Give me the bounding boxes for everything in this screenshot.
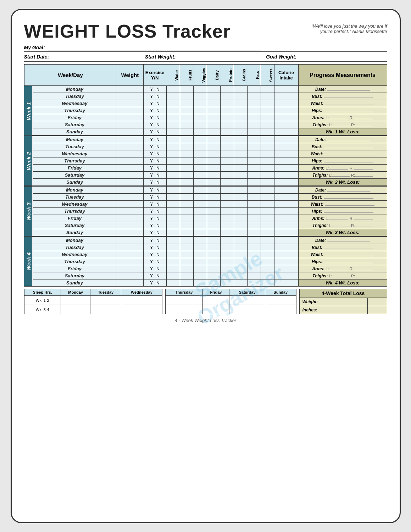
- food-cell[interactable]: [234, 157, 247, 165]
- exercise-yn-cell[interactable]: Y N: [143, 201, 166, 208]
- food-cell[interactable]: [261, 86, 274, 93]
- food-cell[interactable]: [166, 222, 180, 229]
- calorie-cell[interactable]: [274, 229, 298, 237]
- food-cell[interactable]: [166, 229, 180, 237]
- food-cell[interactable]: [207, 222, 220, 229]
- food-cell[interactable]: [193, 157, 207, 165]
- food-cell[interactable]: [220, 215, 234, 222]
- food-cell[interactable]: [207, 165, 220, 172]
- exercise-yn-cell[interactable]: Y N: [143, 237, 166, 244]
- food-cell[interactable]: [261, 244, 274, 251]
- food-cell[interactable]: [234, 179, 247, 186]
- food-cell[interactable]: [220, 251, 234, 258]
- food-cell[interactable]: [207, 150, 220, 157]
- food-cell[interactable]: [234, 237, 247, 244]
- food-cell[interactable]: [180, 172, 193, 179]
- weight-cell[interactable]: [117, 114, 143, 121]
- food-cell[interactable]: [261, 237, 274, 244]
- food-cell[interactable]: [180, 179, 193, 186]
- food-cell[interactable]: [193, 272, 207, 279]
- food-cell[interactable]: [234, 251, 247, 258]
- food-cell[interactable]: [193, 258, 207, 265]
- food-cell[interactable]: [220, 279, 234, 287]
- food-cell[interactable]: [261, 279, 274, 287]
- food-cell[interactable]: [207, 279, 220, 287]
- calorie-cell[interactable]: [274, 150, 298, 157]
- food-cell[interactable]: [180, 121, 193, 128]
- food-cell[interactable]: [247, 150, 261, 157]
- food-cell[interactable]: [247, 229, 261, 237]
- weight-cell[interactable]: [117, 157, 143, 165]
- food-cell[interactable]: [193, 165, 207, 172]
- food-cell[interactable]: [166, 272, 180, 279]
- food-cell[interactable]: [234, 114, 247, 121]
- food-cell[interactable]: [166, 114, 180, 121]
- food-cell[interactable]: [261, 143, 274, 150]
- food-cell[interactable]: [166, 258, 180, 265]
- food-cell[interactable]: [261, 272, 274, 279]
- food-cell[interactable]: [220, 201, 234, 208]
- weight-cell[interactable]: [117, 237, 143, 244]
- food-cell[interactable]: [220, 93, 234, 100]
- food-cell[interactable]: [234, 279, 247, 287]
- exercise-yn-cell[interactable]: Y N: [143, 143, 166, 150]
- sleep-r2-sat[interactable]: [229, 305, 265, 314]
- exercise-yn-cell[interactable]: Y N: [143, 251, 166, 258]
- exercise-yn-cell[interactable]: Y N: [143, 258, 166, 265]
- food-cell[interactable]: [220, 143, 234, 150]
- food-cell[interactable]: [166, 237, 180, 244]
- exercise-yn-cell[interactable]: Y N: [143, 179, 166, 186]
- food-cell[interactable]: [247, 86, 261, 93]
- exercise-yn-cell[interactable]: Y N: [143, 100, 166, 107]
- weight-cell[interactable]: [117, 128, 143, 136]
- food-cell[interactable]: [166, 265, 180, 272]
- food-cell[interactable]: [166, 100, 180, 107]
- food-cell[interactable]: [193, 128, 207, 136]
- calorie-cell[interactable]: [274, 179, 298, 186]
- food-cell[interactable]: [207, 157, 220, 165]
- food-cell[interactable]: [193, 279, 207, 287]
- food-cell[interactable]: [261, 128, 274, 136]
- food-cell[interactable]: [247, 136, 261, 143]
- food-cell[interactable]: [193, 93, 207, 100]
- weight-cell[interactable]: [117, 208, 143, 215]
- calorie-cell[interactable]: [274, 143, 298, 150]
- food-cell[interactable]: [166, 128, 180, 136]
- food-cell[interactable]: [261, 251, 274, 258]
- weight-cell[interactable]: [117, 251, 143, 258]
- food-cell[interactable]: [180, 107, 193, 114]
- food-cell[interactable]: [247, 194, 261, 201]
- weight-cell[interactable]: [117, 186, 143, 194]
- food-cell[interactable]: [220, 100, 234, 107]
- food-cell[interactable]: [180, 237, 193, 244]
- food-cell[interactable]: [193, 208, 207, 215]
- food-cell[interactable]: [207, 107, 220, 114]
- food-cell[interactable]: [180, 186, 193, 194]
- exercise-yn-cell[interactable]: Y N: [143, 215, 166, 222]
- food-cell[interactable]: [180, 86, 193, 93]
- food-cell[interactable]: [261, 215, 274, 222]
- calorie-cell[interactable]: [274, 86, 298, 93]
- food-cell[interactable]: [180, 114, 193, 121]
- calorie-cell[interactable]: [274, 194, 298, 201]
- weight-cell[interactable]: [117, 136, 143, 143]
- total-weight-val[interactable]: [368, 298, 387, 306]
- food-cell[interactable]: [180, 128, 193, 136]
- food-cell[interactable]: [220, 208, 234, 215]
- food-cell[interactable]: [220, 157, 234, 165]
- food-cell[interactable]: [247, 114, 261, 121]
- food-cell[interactable]: [207, 215, 220, 222]
- food-cell[interactable]: [207, 121, 220, 128]
- weight-cell[interactable]: [117, 279, 143, 287]
- food-cell[interactable]: [220, 107, 234, 114]
- calorie-cell[interactable]: [274, 107, 298, 114]
- sleep-r2-sun[interactable]: [265, 305, 296, 314]
- calorie-cell[interactable]: [274, 100, 298, 107]
- food-cell[interactable]: [247, 215, 261, 222]
- food-cell[interactable]: [261, 172, 274, 179]
- food-cell[interactable]: [180, 201, 193, 208]
- weight-cell[interactable]: [117, 201, 143, 208]
- sleep-r2-fri[interactable]: [202, 305, 229, 314]
- food-cell[interactable]: [207, 179, 220, 186]
- calorie-cell[interactable]: [274, 136, 298, 143]
